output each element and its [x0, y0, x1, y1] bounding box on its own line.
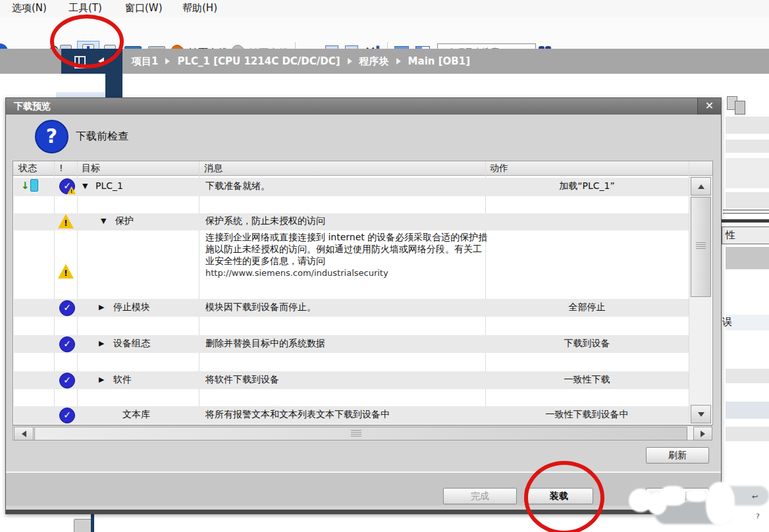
annotation-circle-load: [524, 461, 604, 532]
menu-options[interactable]: 选项(N): [12, 2, 47, 14]
protection-link[interactable]: http://www.siemens.com/industrialsecurit…: [205, 268, 490, 278]
scroll-right-button[interactable]: [693, 427, 712, 440]
menu-help[interactable]: 帮助(H): [182, 2, 217, 14]
check-icon: ✓: [59, 300, 75, 316]
background-window-icon: [74, 519, 92, 532]
breadcrumb-plc[interactable]: PLC_1 [CPU 1214C DC/DC/DC]: [177, 55, 340, 67]
mini-warning-icon: !: [67, 186, 76, 194]
watermark-blob: [687, 490, 706, 502]
row-target[interactable]: 设备组态: [113, 338, 150, 350]
row-action[interactable]: 全部停止: [485, 302, 689, 313]
watermark-blob: [706, 482, 735, 525]
background-row: [726, 402, 769, 419]
row-message: 将软件下载到设备: [205, 374, 279, 386]
dialog-title-bar[interactable]: 下载预览: [6, 98, 721, 115]
col-message[interactable]: 消息: [204, 163, 223, 174]
menu-tools[interactable]: 工具(T): [68, 2, 102, 14]
breadcrumb: 项目1 PLC_1 [CPU 1214C DC/DC/DC] 程序块 Main …: [132, 49, 470, 74]
row-target[interactable]: 文本库: [122, 409, 150, 421]
col-alert[interactable]: !: [59, 163, 63, 173]
col-status[interactable]: 状态: [18, 163, 37, 174]
row-target[interactable]: 停止模块: [113, 302, 150, 313]
row-message: 删除并替换目标中的系统数据: [205, 338, 325, 350]
annotation-circle-toolbar: [50, 14, 124, 68]
properties-tab-fragment[interactable]: 性: [722, 226, 769, 244]
background-panel-edge: [91, 514, 94, 532]
breadcrumb-project[interactable]: 项目1: [132, 55, 158, 68]
background-row: [726, 158, 769, 188]
row-target[interactable]: 保护: [115, 215, 134, 227]
download-state-icon: ↓: [21, 179, 38, 192]
protection-note: 连接到企业网络或直接连接到 internet 的设备必须采取合适的保护措施以防止…: [205, 231, 490, 267]
background-row: [726, 369, 769, 383]
finish-button[interactable]: 完成: [443, 488, 517, 504]
row-action[interactable]: 加载“PLC_1”: [485, 180, 689, 192]
breadcrumb-separator-icon: [396, 58, 401, 65]
row-expander[interactable]: ▶: [99, 375, 104, 384]
watermark-blob: [660, 486, 686, 506]
scrollbar-thumb[interactable]: [34, 427, 687, 440]
scroll-up-button[interactable]: [691, 177, 711, 196]
watermark-glyph: ?: [756, 512, 760, 521]
vertical-scrollbar[interactable]: [689, 176, 712, 424]
row-expander[interactable]: ▶: [99, 303, 104, 311]
breadcrumb-separator-icon: [348, 58, 352, 65]
background-module-icon: [735, 101, 745, 115]
refresh-button[interactable]: 刷新: [646, 447, 709, 464]
background-divider: [723, 213, 769, 214]
background-row: [726, 117, 769, 134]
row-target[interactable]: PLC_1: [95, 180, 123, 191]
row-action[interactable]: 一致性下载: [485, 374, 689, 386]
background-row: [726, 140, 769, 153]
breadcrumb-separator-icon: [165, 58, 170, 65]
check-icon: ✓: [59, 336, 75, 352]
row-message: 模块因下载到设备而停止。: [205, 302, 316, 313]
breadcrumb-main-ob1[interactable]: Main [OB1]: [408, 55, 470, 67]
errors-tab-fragment[interactable]: 误: [722, 316, 732, 329]
download-check-table: 状态 ! 目标 消息 动作 ↓ ✓ ! ▼ PLC_1 下载准备就绪。 加载“P…: [13, 161, 713, 425]
menu-window[interactable]: 窗口(W): [125, 2, 163, 14]
col-action[interactable]: 动作: [490, 163, 508, 174]
table-header: 状态 ! 目标 消息 动作: [13, 161, 712, 176]
background-block: [726, 247, 769, 269]
row-message: 保护系统，防止未授权的访问: [205, 215, 325, 227]
menu-bar: 选项(N) 工具(T) 窗口(W) 帮助(H): [0, 0, 769, 17]
scrollbar-fragment: [56, 92, 105, 97]
warning-icon: !: [58, 214, 74, 228]
row-expander[interactable]: ▶: [99, 339, 104, 348]
question-icon: ?: [35, 120, 68, 153]
row-expander[interactable]: ▼: [101, 217, 106, 225]
watermark-glyph: ↩: [752, 492, 758, 501]
horizontal-scrollbar[interactable]: [13, 425, 712, 440]
row-target[interactable]: 软件: [113, 374, 132, 386]
warning-icon: !: [58, 264, 74, 279]
row-message: 下载准备就绪。: [205, 180, 270, 192]
check-icon: ✓: [59, 408, 75, 423]
close-icon[interactable]: ✕: [697, 98, 721, 115]
download-preview-dialog: 下载预览 ✕ ? 下载前检查 状态 ! 目标 消息 动作 ↓ ✓ ! ▼ PLC…: [5, 97, 722, 514]
check-icon: ✓: [59, 373, 75, 388]
dialog-bottom-bar: 完成 装载 取消: [6, 471, 721, 506]
col-target[interactable]: 目标: [82, 163, 100, 174]
row-action[interactable]: 一致性下载到设备中: [485, 409, 689, 421]
row-expander[interactable]: ▼: [82, 182, 88, 190]
background-divider: [722, 219, 769, 223]
background-divider: [723, 209, 769, 211]
breadcrumb-program-blocks[interactable]: 程序块: [359, 55, 389, 68]
row-message: 将所有报警文本和文本列表文本下载到设备中: [205, 409, 390, 421]
scroll-down-button[interactable]: [691, 405, 711, 423]
background-row: [726, 427, 769, 441]
dialog-check-header: 下载前检查: [76, 130, 128, 144]
scrollbar-thumb[interactable]: [691, 197, 711, 297]
scroll-left-button[interactable]: [14, 427, 34, 440]
project-tree-edge: [105, 74, 122, 97]
background-row: [726, 192, 769, 208]
row-action[interactable]: 下载到设备: [485, 338, 689, 350]
